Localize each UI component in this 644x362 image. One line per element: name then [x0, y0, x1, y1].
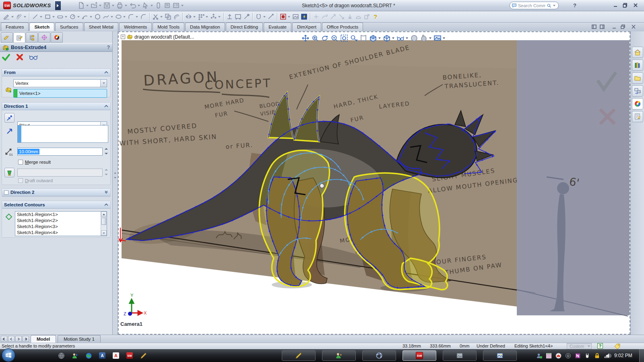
zoom-in-out-icon[interactable]: [310, 33, 320, 43]
contour-listbox[interactable]: Sketch1-Region<1> Sketch1-Region<2> Sket…: [15, 211, 107, 236]
pane-right-button[interactable]: [599, 24, 605, 30]
tray-onenote-icon[interactable]: [574, 352, 581, 359]
tab-evaluate[interactable]: Evaluate: [264, 23, 291, 31]
model-tab[interactable]: Model: [31, 335, 56, 343]
quicklaunch-green-app-icon[interactable]: [71, 352, 79, 360]
extrude-drag-handle[interactable]: [320, 184, 324, 188]
customize-sketch-icon[interactable]: [300, 12, 308, 21]
feature-manager-tab[interactable]: [1, 32, 13, 43]
start-button[interactable]: [2, 348, 15, 362]
rotate-view-icon[interactable]: [320, 33, 330, 43]
search-options-caret[interactable]: [553, 5, 555, 6]
hide-show-items-icon[interactable]: [396, 33, 405, 43]
trim-tool-icon[interactable]: [151, 12, 160, 21]
select-icon[interactable]: [141, 1, 150, 10]
dome-tool-icon[interactable]: [354, 12, 363, 21]
relations-icon[interactable]: [225, 12, 234, 21]
ok-button[interactable]: [2, 53, 10, 61]
view-orientation-icon[interactable]: [368, 33, 378, 43]
new-icon[interactable]: [77, 1, 86, 10]
tree-expand-icon[interactable]: +: [121, 35, 125, 39]
help-icon[interactable]: ?: [573, 2, 576, 8]
line-tool-icon[interactable]: [31, 12, 39, 21]
units-dropdown[interactable]: Custom: [567, 343, 592, 349]
zoom-to-area-icon[interactable]: [330, 33, 339, 43]
scroll-nub-down[interactable]: ▼: [114, 176, 117, 179]
convert-entities-icon[interactable]: [164, 12, 172, 21]
design-library-icon[interactable]: [632, 60, 643, 71]
contour-item[interactable]: Sketch1-Region<1>: [15, 212, 107, 218]
tab-data-migration[interactable]: Data Migration: [185, 23, 225, 31]
collapse-chevron-icon[interactable]: [104, 202, 108, 207]
tab-office-products[interactable]: Office Products: [322, 23, 363, 31]
smart-dimension-icon[interactable]: [15, 12, 23, 21]
tray-grid-app-icon[interactable]: [545, 352, 552, 359]
expand-chevron-icon[interactable]: [104, 190, 108, 195]
spline-tool-icon[interactable]: [102, 12, 110, 21]
quicklaunch-acrobat-icon[interactable]: A: [112, 352, 120, 360]
from-group-header[interactable]: From: [2, 69, 110, 76]
graphics-viewport[interactable]: + dragon woodcraft (Default...: [118, 31, 630, 335]
depth-spinner[interactable]: [103, 147, 109, 156]
show-desktop-button[interactable]: [639, 349, 644, 362]
collapse-chevron-icon[interactable]: [104, 104, 108, 109]
circle-tool-icon[interactable]: [68, 12, 77, 21]
appearances-icon[interactable]: [419, 33, 429, 43]
pane-left-button[interactable]: [590, 24, 597, 30]
taskbar-button-landscape-app[interactable]: [322, 350, 356, 361]
taskbar-button-globe-app[interactable]: [362, 350, 396, 361]
options-icon[interactable]: [172, 1, 181, 10]
save-icon[interactable]: [103, 1, 111, 10]
taskbar-clock[interactable]: 9:02 PM: [614, 353, 632, 358]
draft-button[interactable]: [4, 168, 14, 177]
tab-sketch[interactable]: Sketch: [29, 23, 54, 31]
circular-pattern-icon[interactable]: [209, 12, 218, 21]
tab-scroll-next[interactable]: [15, 336, 22, 342]
sketch-tool-icon[interactable]: [2, 12, 11, 21]
tray-security-alert-icon[interactable]: !: [593, 352, 601, 359]
scroll-up-arrow[interactable]: [101, 212, 107, 217]
sketch-picture-icon[interactable]: [291, 12, 300, 21]
tab-dimxpert[interactable]: DimXpert: [292, 23, 321, 31]
restore-button[interactable]: [621, 2, 629, 8]
doc-tree-label[interactable]: dragon woodcraft (Default...: [134, 34, 194, 40]
display-style-icon[interactable]: [382, 33, 392, 43]
contour-item[interactable]: Sketch1-Region<2>: [15, 218, 107, 224]
tab-scroll-prev[interactable]: [8, 336, 14, 342]
search-community-forum-input[interactable]: Search Community Forum: [510, 2, 559, 9]
taskbar-button-photo-app[interactable]: [483, 350, 517, 361]
from-vertex-selection[interactable]: Vertex<1>: [13, 89, 107, 98]
instant3d-icon[interactable]: [279, 12, 287, 21]
slot-tool-icon[interactable]: [56, 12, 64, 21]
tray-user-status-icon[interactable]: [535, 352, 543, 359]
minimize-button[interactable]: [612, 2, 619, 8]
tab-weldments[interactable]: Weldments: [119, 23, 152, 31]
reverse-direction-button[interactable]: [4, 113, 14, 123]
pm-help-icon[interactable]: ?: [107, 45, 110, 50]
selected-contours-header[interactable]: Selected Contours: [2, 201, 110, 209]
section-view-icon[interactable]: [359, 33, 368, 43]
zoom-fit-icon[interactable]: [339, 33, 349, 43]
appearances-scenes-icon[interactable]: [632, 98, 643, 109]
sketch-help-icon[interactable]: ?: [371, 12, 380, 21]
custom-properties-icon[interactable]: [632, 111, 643, 122]
anchor-tool-icon[interactable]: [346, 12, 354, 21]
pan-icon[interactable]: [301, 33, 310, 43]
quicklaunch-autocad-icon[interactable]: A: [98, 352, 106, 360]
collapse-chevron-icon[interactable]: [104, 70, 108, 75]
file-explorer-icon[interactable]: [632, 72, 643, 84]
depth-input[interactable]: 10.00mm: [17, 148, 103, 156]
property-manager-tab[interactable]: [13, 32, 25, 43]
tray-power-icon[interactable]: [584, 352, 591, 359]
from-condition-dropdown[interactable]: Vertex: [13, 79, 107, 87]
undo-icon[interactable]: [128, 1, 137, 10]
file-properties-icon[interactable]: [163, 1, 172, 10]
status-tag-icon[interactable]: [614, 343, 620, 349]
contour-item[interactable]: Sketch1-Region<4>: [15, 230, 107, 236]
dimxpert-manager-tab[interactable]: [38, 32, 50, 43]
status-help-icon[interactable]: ?: [597, 343, 603, 349]
no-solve-move-icon[interactable]: [267, 12, 275, 21]
offset-entities-icon[interactable]: [172, 12, 181, 21]
doc-minimize-button[interactable]: [611, 24, 617, 30]
tab-scroll-last[interactable]: [23, 336, 29, 342]
